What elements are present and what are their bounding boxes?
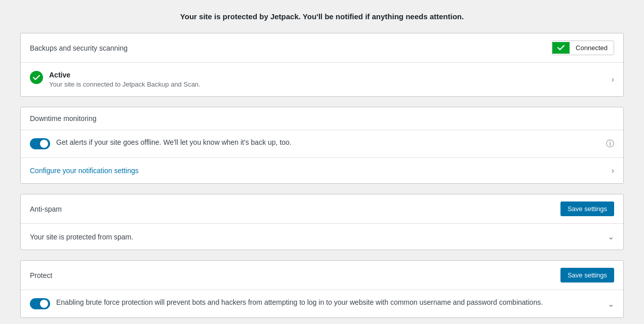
downtime-toggle-row: Get alerts if your site goes offline. We… (21, 130, 623, 158)
protect-save-button[interactable]: Save settings (560, 268, 614, 282)
page-header: Your site is protected by Jetpack. You'l… (20, 12, 624, 21)
antispam-card: Anti-spam Save settings Your site is pro… (20, 194, 624, 250)
downtime-link-row[interactable]: Configure your notification settings › (21, 158, 623, 183)
downtime-header-title: Downtime monitoring (30, 114, 97, 123)
antispam-card-header: Anti-spam Save settings (21, 194, 623, 224)
downtime-toggle-left: Get alerts if your site goes offline. We… (30, 138, 292, 149)
configure-chevron-right-icon: › (612, 166, 614, 175)
protect-toggle-thumb (40, 300, 48, 308)
antispam-text: Your site is protected from spam. (30, 233, 133, 241)
antispam-header-title: Anti-spam (30, 205, 62, 213)
backups-header-title: Backups and security scanning (30, 44, 128, 52)
downtime-card: Downtime monitoring Get alerts if your s… (20, 107, 624, 184)
backups-active-row-left: Active Your site is connected to Jetpack… (30, 71, 200, 88)
backups-active-title: Active (49, 71, 200, 79)
downtime-toggle-text: Get alerts if your site goes offline. We… (56, 138, 292, 146)
downtime-toggle-right: ⓘ (606, 139, 614, 149)
downtime-toggle[interactable] (30, 138, 50, 149)
active-check-icon (30, 71, 43, 84)
help-circle-icon[interactable]: ⓘ (606, 139, 614, 149)
backups-card: Backups and security scanning Connected … (20, 33, 624, 97)
antispam-save-button[interactable]: Save settings (560, 201, 614, 216)
downtime-toggle-track[interactable] (30, 138, 50, 149)
protect-toggle-text: Enabling brute force protection will pre… (56, 298, 543, 306)
protect-card-header: Protect Save settings (21, 261, 623, 290)
protect-chevron-down-icon[interactable]: ⌄ (608, 299, 614, 309)
connected-badge-check (552, 42, 570, 54)
connected-badge-label: Connected (570, 41, 614, 55)
backups-active-subtitle: Your site is connected to Jetpack Backup… (49, 80, 200, 88)
protect-toggle-track[interactable] (30, 298, 50, 309)
protect-toggle[interactable] (30, 298, 50, 309)
downtime-card-header: Downtime monitoring (21, 107, 623, 130)
protect-card: Protect Save settings Enabling brute for… (20, 260, 624, 318)
protect-header-title: Protect (30, 271, 52, 279)
protect-toggle-row: Enabling brute force protection will pre… (21, 290, 623, 317)
protect-toggle-left: Enabling brute force protection will pre… (30, 298, 543, 309)
backups-active-row[interactable]: Active Your site is connected to Jetpack… (21, 63, 623, 96)
configure-notifications-link[interactable]: Configure your notification settings (30, 167, 139, 175)
connected-badge: Connected (552, 40, 614, 55)
antispam-chevron-down-icon[interactable]: ⌄ (608, 232, 614, 241)
antispam-text-row: Your site is protected from spam. ⌄ (21, 224, 623, 250)
backups-card-header: Backups and security scanning Connected (21, 33, 623, 63)
backups-active-content: Active Your site is connected to Jetpack… (49, 71, 200, 88)
backups-chevron-right-icon: › (612, 75, 614, 84)
downtime-toggle-thumb (40, 140, 48, 148)
